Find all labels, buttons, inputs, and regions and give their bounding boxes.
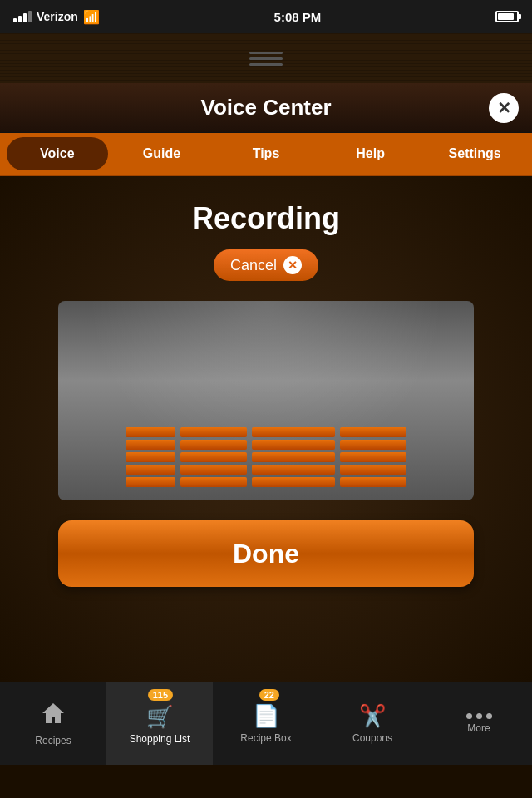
bottom-tab-bar: Recipes 🛒 115 Shopping List 📄 22 Recipe … [0,682,532,765]
recipes-icon [41,701,66,732]
recipebox-label: Recipe Box [240,732,291,744]
bar [340,465,406,475]
handle-line-3 [249,63,283,66]
bar-group-2 [180,427,247,487]
drag-handle [249,52,283,66]
carrier-label: Verizon [37,10,78,23]
tab-tips[interactable]: Tips [215,137,317,170]
bar [252,440,335,450]
wifi-icon: 📶 [83,9,100,25]
bottom-tab-recipes[interactable]: Recipes [0,682,106,765]
recipebox-icon: 📄 [253,703,279,729]
bar [340,452,406,462]
header-handle-area [0,33,532,83]
bar [180,427,247,437]
status-time: 5:08 PM [274,10,322,24]
bar [340,477,406,487]
bars-wrapper [126,427,406,487]
shopping-icon: 🛒 [146,703,173,730]
page-title: Voice Center [200,95,331,121]
cancel-button[interactable]: Cancel ✕ [214,249,318,281]
audio-visualizer [58,301,474,500]
bar [252,452,335,462]
tab-voice[interactable]: Voice [7,137,108,170]
close-button[interactable]: ✕ [489,93,519,123]
status-left: Verizon 📶 [13,9,100,25]
bar [340,440,406,450]
more-label: More [467,722,490,734]
bar [252,427,335,437]
bar [126,440,175,450]
bar [126,427,175,437]
status-right [495,11,519,22]
bottom-tab-recipebox[interactable]: 📄 22 Recipe Box [213,682,319,765]
tab-help[interactable]: Help [320,137,421,170]
bottom-tab-more[interactable]: More [426,682,532,765]
tab-navigation: Voice Guide Tips Help Settings [0,133,532,176]
bar [180,465,247,475]
done-button[interactable]: Done [58,520,474,587]
handle-line-2 [249,57,283,60]
bar [180,452,247,462]
svg-marker-0 [42,703,64,723]
bar-group-4 [340,427,406,487]
cancel-x-icon: ✕ [283,256,302,274]
bar [126,477,175,487]
bar-group-1 [126,427,175,487]
coupons-icon: ✂️ [359,703,386,729]
shopping-label: Shopping List [130,733,190,745]
bottom-tab-shopping[interactable]: 🛒 115 Shopping List [106,682,213,765]
more-dots-icon [466,713,492,719]
coupons-label: Coupons [352,732,392,744]
done-label: Done [233,539,299,569]
bar [180,440,247,450]
bar [180,477,247,487]
cancel-label: Cancel [230,257,277,274]
shopping-badge: 115 [148,689,173,701]
tab-settings[interactable]: Settings [424,137,525,170]
bar [126,452,175,462]
status-bar: Verizon 📶 5:08 PM [0,0,532,33]
signal-icon [13,11,32,22]
bar [126,465,175,475]
title-bar: Voice Center ✕ [0,83,532,133]
bottom-tab-coupons[interactable]: ✂️ Coupons [319,682,426,765]
main-content: Recording Cancel ✕ [0,176,532,682]
bar [340,427,406,437]
handle-line-1 [249,52,283,54]
recipes-label: Recipes [35,735,71,746]
battery-icon [495,11,519,22]
recipebox-badge: 22 [259,689,279,701]
recording-title: Recording [192,201,340,236]
bar [252,477,335,487]
tab-guide[interactable]: Guide [111,137,213,170]
close-icon: ✕ [497,100,511,116]
bar [252,465,335,475]
bar-group-3 [252,427,335,487]
